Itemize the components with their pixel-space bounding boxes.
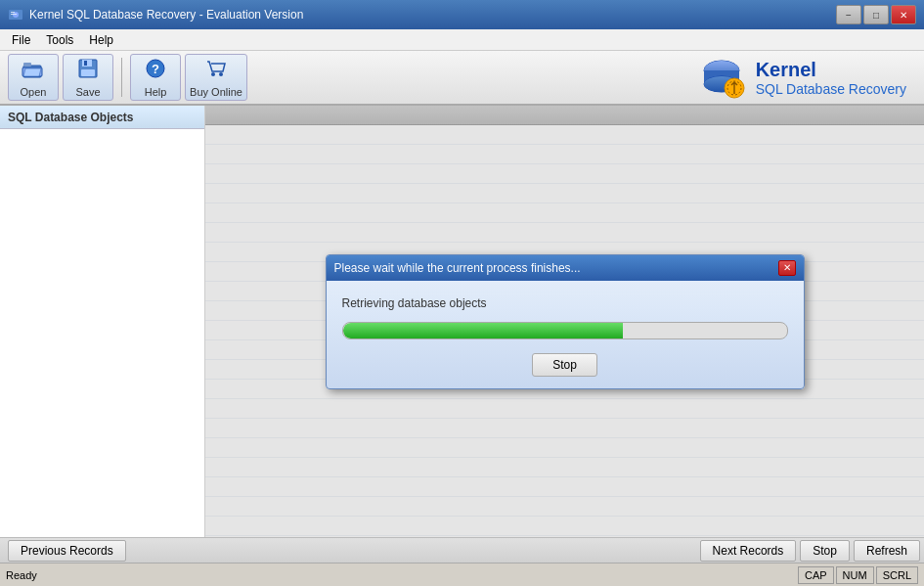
cap-indicator: CAP bbox=[798, 566, 834, 584]
status-indicators: CAP NUM SCRL bbox=[798, 566, 918, 584]
svg-text:?: ? bbox=[152, 62, 159, 76]
menu-help[interactable]: Help bbox=[81, 31, 121, 49]
previous-records-button[interactable]: Previous Records bbox=[8, 540, 126, 562]
menu-file[interactable]: File bbox=[4, 31, 38, 49]
maximize-button[interactable]: □ bbox=[863, 5, 889, 24]
svg-rect-5 bbox=[23, 63, 31, 67]
svg-rect-10 bbox=[84, 61, 87, 66]
svg-point-15 bbox=[219, 72, 223, 76]
app-icon bbox=[8, 7, 23, 23]
buy-online-icon bbox=[205, 58, 227, 84]
svg-rect-11 bbox=[81, 69, 95, 76]
refresh-button[interactable]: Refresh bbox=[854, 540, 920, 562]
open-label: Open bbox=[21, 86, 47, 98]
left-panel: SQL Database Objects bbox=[0, 106, 205, 537]
window-title: Kernel SQL Database Recovery - Evaluatio… bbox=[29, 8, 303, 22]
bottom-toolbar: Previous Records Next Records Stop Refre… bbox=[0, 537, 924, 563]
toolbar: Open Save ? Help bbox=[0, 51, 924, 106]
status-text: Ready bbox=[6, 569, 37, 581]
dialog-close-button[interactable]: ✕ bbox=[778, 260, 796, 276]
num-indicator: NUM bbox=[836, 566, 874, 584]
dialog-titlebar: Please wait while the current process fi… bbox=[327, 255, 804, 281]
product-name: SQL Database Recovery bbox=[756, 81, 906, 97]
main-content: SQL Database Objects Please wait while t… bbox=[0, 106, 924, 537]
buy-online-label: Buy Online bbox=[190, 86, 242, 98]
help-label: Help bbox=[145, 86, 167, 98]
svg-marker-7 bbox=[23, 68, 41, 76]
logo-text-area: Kernel SQL Database Recovery bbox=[756, 58, 906, 97]
open-icon bbox=[22, 58, 45, 84]
help-icon: ? bbox=[145, 58, 166, 84]
svg-point-14 bbox=[211, 72, 215, 76]
toolbar-separator bbox=[121, 58, 122, 97]
scrl-indicator: SCRL bbox=[876, 566, 918, 584]
svg-rect-3 bbox=[11, 14, 17, 15]
left-panel-title: SQL Database Objects bbox=[8, 111, 134, 124]
open-button[interactable]: Open bbox=[8, 54, 59, 101]
save-label: Save bbox=[75, 86, 100, 98]
stop-button[interactable]: Stop bbox=[800, 540, 850, 562]
title-bar: Kernel SQL Database Recovery - Evaluatio… bbox=[0, 0, 924, 29]
status-bar: Ready CAP NUM SCRL bbox=[0, 563, 924, 586]
progress-dialog: Please wait while the current process fi… bbox=[326, 254, 805, 389]
help-button[interactable]: ? Help bbox=[130, 54, 181, 101]
next-records-button[interactable]: Next Records bbox=[700, 540, 797, 562]
left-panel-header: SQL Database Objects bbox=[0, 106, 204, 129]
svg-rect-2 bbox=[11, 12, 15, 13]
title-left: Kernel SQL Database Recovery - Evaluatio… bbox=[8, 7, 303, 23]
brand-name: Kernel bbox=[756, 58, 906, 81]
right-panel-inner: Please wait while the current process fi… bbox=[205, 106, 924, 537]
dialog-title: Please wait while the current process fi… bbox=[334, 261, 581, 275]
progress-bar bbox=[343, 323, 623, 338]
minimize-button[interactable]: − bbox=[836, 5, 861, 24]
dialog-stop-button[interactable]: Stop bbox=[532, 353, 597, 377]
save-button[interactable]: Save bbox=[63, 54, 113, 101]
title-controls: − □ ✕ bbox=[836, 5, 916, 24]
save-icon bbox=[77, 58, 99, 84]
dialog-body: Retrieving database objects Stop bbox=[327, 281, 804, 388]
menu-tools[interactable]: Tools bbox=[38, 31, 81, 49]
logo-area: Kernel SQL Database Recovery bbox=[697, 53, 916, 102]
dialog-overlay: Please wait while the current process fi… bbox=[205, 106, 924, 537]
menu-bar: File Tools Help bbox=[0, 29, 924, 51]
right-panel: Please wait while the current process fi… bbox=[205, 106, 924, 537]
dialog-message: Retrieving database objects bbox=[342, 296, 788, 310]
dialog-button-row: Stop bbox=[342, 353, 788, 377]
progress-bar-container bbox=[342, 322, 788, 339]
close-button[interactable]: ✕ bbox=[891, 5, 916, 24]
logo-icon bbox=[697, 53, 746, 102]
buy-online-button[interactable]: Buy Online bbox=[185, 54, 247, 101]
